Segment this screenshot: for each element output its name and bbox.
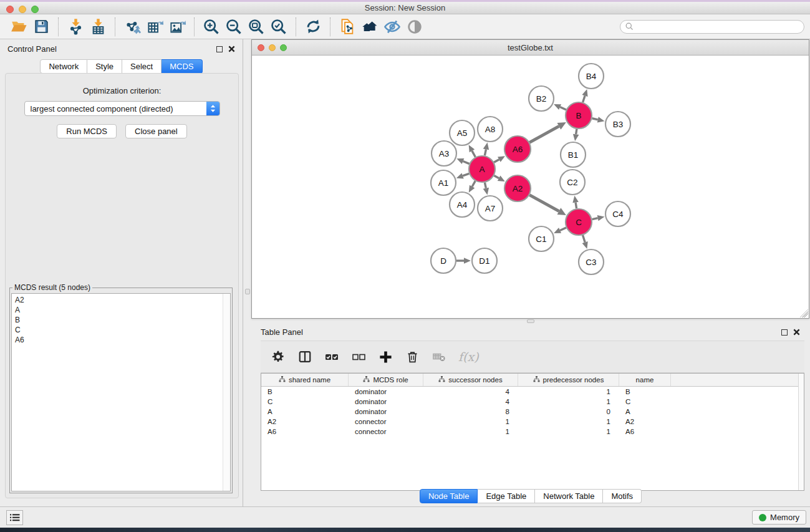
graph-edge-C-C4[interactable] <box>592 218 598 220</box>
table-cell[interactable]: dominator <box>349 408 423 415</box>
table-cell[interactable]: connector <box>349 428 423 435</box>
network-overview-icon[interactable] <box>359 16 381 37</box>
graph-node-A5[interactable]: A5 <box>450 120 475 145</box>
zoom-out-icon[interactable] <box>223 16 245 37</box>
float-table-panel-icon[interactable] <box>781 329 788 336</box>
zoom-window-button[interactable] <box>31 6 39 13</box>
apply-layout-icon[interactable] <box>302 16 324 37</box>
run-mcds-button[interactable]: Run MCDS <box>57 124 117 138</box>
graph-node-A3[interactable]: A3 <box>432 141 456 166</box>
graph-node-A4[interactable]: A4 <box>450 192 475 217</box>
tab-mcds[interactable]: MCDS <box>162 59 202 74</box>
tab-select[interactable]: Select <box>122 59 162 74</box>
graph-edge-B-B3[interactable] <box>592 118 597 120</box>
column-header-MCDS-role[interactable]: MCDS role <box>349 374 423 386</box>
search-field[interactable] <box>620 20 804 34</box>
table-cell[interactable]: 1 <box>518 428 619 435</box>
table-settings-icon[interactable] <box>271 349 286 364</box>
delete-table-icon[interactable] <box>432 349 446 364</box>
close-panel-icon[interactable] <box>228 46 235 52</box>
tab-network-table[interactable]: Network Table <box>535 489 603 503</box>
graph-edge-B-B1[interactable] <box>576 129 577 135</box>
table-cell[interactable]: C <box>261 398 349 405</box>
save-session-icon[interactable] <box>30 16 52 37</box>
vertical-splitter[interactable] <box>244 39 251 506</box>
graph-edge-C-C3[interactable] <box>583 235 586 243</box>
network-window-titlebar[interactable]: testGlobe.txt <box>252 40 809 56</box>
graph-node-A2[interactable]: A2 <box>504 175 531 201</box>
graph-edge-C-C1[interactable] <box>560 228 566 230</box>
tab-style[interactable]: Style <box>87 59 122 74</box>
graph-node-B[interactable]: B <box>566 102 592 128</box>
import-network-icon[interactable] <box>64 16 87 37</box>
table-cell[interactable]: A <box>619 408 671 415</box>
graph-edge-C-C2[interactable] <box>576 203 577 209</box>
delete-columns-icon[interactable] <box>405 349 420 364</box>
graph-edge-A-A1[interactable] <box>463 173 469 176</box>
network-graph[interactable]: B4B2BB3A8A5A6A3B1AA1C2A2A4A7C4CC1C3DD1 <box>252 56 809 318</box>
table-cell[interactable]: 0 <box>518 408 619 415</box>
import-table-icon[interactable] <box>87 16 109 37</box>
table-row[interactable]: Bdominator41B <box>261 387 804 397</box>
zoom-network-button[interactable] <box>280 44 287 51</box>
graph-node-A1[interactable]: A1 <box>431 170 456 195</box>
table-row[interactable]: Cdominator41C <box>261 397 804 407</box>
table-cell[interactable]: 4 <box>423 388 518 395</box>
graph-edge-A-A5[interactable] <box>472 151 475 157</box>
graph-node-A6[interactable]: A6 <box>504 136 531 162</box>
graph-node-C3[interactable]: C3 <box>579 249 604 274</box>
graph-node-A7[interactable]: A7 <box>478 196 503 221</box>
select-all-columns-icon[interactable] <box>324 349 339 364</box>
graph-node-D[interactable]: D <box>431 248 456 273</box>
table-row[interactable]: A6connector11A6 <box>261 427 804 437</box>
duplicate-network-icon[interactable] <box>336 16 359 37</box>
zoom-in-icon[interactable] <box>200 16 223 37</box>
result-list-scrollbar[interactable] <box>223 294 230 491</box>
table-cell[interactable]: 4 <box>423 398 518 405</box>
create-column-icon[interactable] <box>378 349 393 364</box>
graph-edge-A-A6[interactable] <box>494 160 499 163</box>
result-item-c[interactable]: C <box>15 325 230 335</box>
memory-button[interactable]: Memory <box>752 510 806 525</box>
table-cell[interactable]: 1 <box>518 398 619 405</box>
zoom-fit-icon[interactable] <box>245 16 268 37</box>
tab-node-table[interactable]: Node Table <box>420 489 478 503</box>
graph-node-B2[interactable]: B2 <box>529 86 554 111</box>
table-cell[interactable]: A6 <box>261 428 349 435</box>
table-cell[interactable]: 8 <box>423 408 518 415</box>
graph-node-D1[interactable]: D1 <box>472 248 497 273</box>
result-item-a[interactable]: A <box>15 305 230 315</box>
column-header-name[interactable]: name <box>619 374 671 386</box>
table-cell[interactable]: C <box>619 398 671 405</box>
table-cell[interactable]: A2 <box>619 418 671 425</box>
function-builder-icon[interactable]: f(x) <box>458 350 479 364</box>
graph-edge-A-A4[interactable] <box>472 181 475 186</box>
graph-node-B4[interactable]: B4 <box>579 64 604 89</box>
open-file-icon[interactable] <box>7 16 30 37</box>
table-scrollbar[interactable] <box>798 374 804 490</box>
graph-edge-B-B4[interactable] <box>583 95 585 102</box>
search-input[interactable] <box>634 22 804 31</box>
table-cell[interactable]: A6 <box>619 428 671 435</box>
network-canvas[interactable]: B4B2BB3A8A5A6A3B1AA1C2A2A4A7C4CC1C3DD1 <box>252 56 809 318</box>
table-cell[interactable]: dominator <box>349 388 423 395</box>
graph-edge-A-A2[interactable] <box>494 176 499 178</box>
table-cell[interactable]: A2 <box>261 418 349 425</box>
graph-node-C2[interactable]: C2 <box>560 170 585 195</box>
zoom-selected-icon[interactable] <box>268 16 290 37</box>
split-panel-icon[interactable] <box>297 349 312 364</box>
deselect-all-columns-icon[interactable] <box>351 349 366 364</box>
table-cell[interactable]: dominator <box>349 398 423 405</box>
table-cell[interactable]: B <box>261 388 349 395</box>
show-panels-icon[interactable] <box>403 16 426 37</box>
table-cell[interactable]: B <box>619 388 671 395</box>
table-cell[interactable]: 1 <box>423 418 518 425</box>
table-row[interactable]: A2connector11A2 <box>261 417 804 427</box>
export-table-icon[interactable] <box>143 16 166 37</box>
hide-panels-icon[interactable] <box>381 16 403 37</box>
result-item-b[interactable]: B <box>15 315 230 325</box>
column-header-predecessor-nodes[interactable]: predecessor nodes <box>518 374 619 386</box>
column-header-shared-name[interactable]: shared name <box>261 374 349 386</box>
result-item-a6[interactable]: A6 <box>15 335 230 345</box>
tab-network[interactable]: Network <box>40 59 87 74</box>
